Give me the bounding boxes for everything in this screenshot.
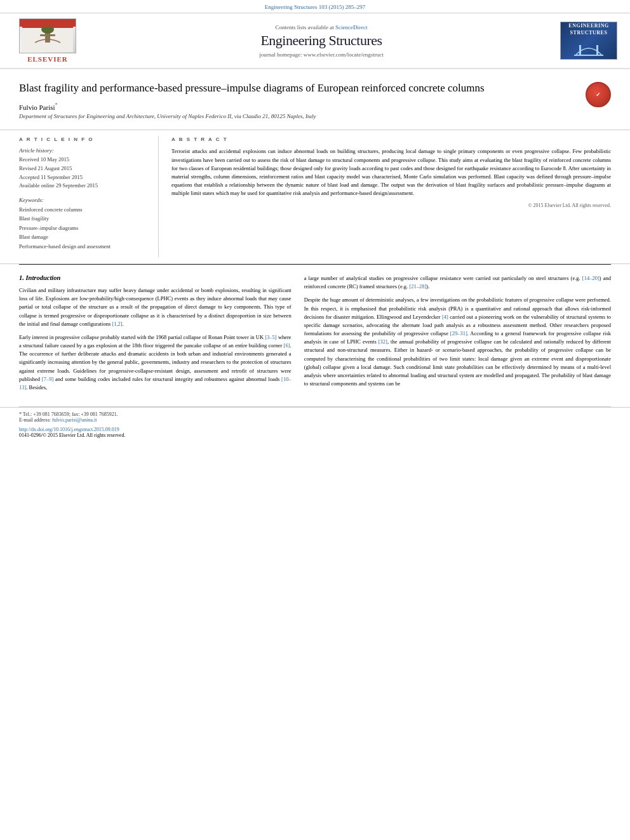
svg-rect-0 <box>22 20 73 28</box>
email-label: E-mail address: <box>19 417 51 423</box>
sciencedirect-link[interactable]: ScienceDirect <box>335 24 367 30</box>
body-left-column: 1. Introduction Civilian and military in… <box>19 274 292 397</box>
contents-text: Contents lists available at <box>276 24 334 30</box>
footnote-tel: * Tel.: +39 081 7683659; fax: +39 081 76… <box>19 411 611 417</box>
keyword-4: Blast damage <box>19 232 149 241</box>
abstract-label: A B S T R A C T <box>171 137 611 142</box>
issn-text: 0141-0296/© 2015 Elsevier Ltd. All right… <box>19 432 125 438</box>
article-history: Article history: Received 10 May 2015 Re… <box>19 147 149 190</box>
author-affiliation: Department of Structures for Engineering… <box>19 113 611 119</box>
elsevier-brand-text: ELSEVIER <box>27 55 68 63</box>
elsevier-logo: ELSEVIER <box>13 18 83 63</box>
contents-line: Contents lists available at ScienceDirec… <box>95 24 547 30</box>
revised-date: Revised 21 August 2015 <box>19 164 149 173</box>
keyword-3: Pressure–impulse diagrams <box>19 223 149 232</box>
doi-link[interactable]: http://dx.doi.org/10.1016/j.engstruct.20… <box>19 427 119 432</box>
bottom-links-section: http://dx.doi.org/10.1016/j.engstruct.20… <box>0 425 630 443</box>
keyword-2: Blast fragility <box>19 214 149 223</box>
svg-point-3 <box>41 25 54 34</box>
keyword-5: Performance-based design and assessment <box>19 242 149 251</box>
article-body: 1. Introduction Civilian and military in… <box>0 265 630 406</box>
intro-heading: 1. Introduction <box>19 274 292 281</box>
email-link[interactable]: fulvio.parisi@unina.it <box>52 417 97 423</box>
svg-rect-6 <box>579 45 581 55</box>
intro-para-1: Civilian and military infrastructure may… <box>19 286 292 328</box>
intro-para-2: Early interest in progressive collapse p… <box>19 333 292 392</box>
article-title: Blast fragility and performance-based pr… <box>19 81 611 96</box>
right-para-1: a large number of analytical studies on … <box>304 274 611 291</box>
footnote-text: * Tel.: +39 081 7683659; fax: +39 081 76… <box>19 411 118 417</box>
journal-reference: Engineering Structures 103 (2015) 285–29… <box>0 0 630 13</box>
elsevier-logo-image <box>19 18 76 53</box>
abstract-section: A B S T R A C T Terrorist attacks and ac… <box>171 137 611 257</box>
article-title-section: ✓ Blast fragility and performance-based … <box>0 69 630 130</box>
abstract-text: Terrorist attacks and accidental explosi… <box>171 147 611 197</box>
footnote-section: * Tel.: +39 081 7683659; fax: +39 081 76… <box>0 407 630 425</box>
svg-rect-7 <box>596 45 598 55</box>
keywords-section: Keywords: Reinforced concrete columns Bl… <box>19 197 149 251</box>
journal-logo-right: ENGINEERING STRUCTURES <box>560 22 617 60</box>
author-sup: * <box>55 102 58 108</box>
history-label: Article history: <box>19 147 149 154</box>
journal-homepage: journal homepage: www.elsevier.com/locat… <box>95 51 547 58</box>
article-dates: Received 10 May 2015 Revised 21 August 2… <box>19 156 149 190</box>
copyright-line: © 2015 Elsevier Ltd. All rights reserved… <box>171 203 611 208</box>
journal-ref-text: Engineering Structures 103 (2015) 285–29… <box>265 4 365 10</box>
keywords-list: Reinforced concrete columns Blast fragil… <box>19 205 149 251</box>
author-name-text: Fulvio Parisi <box>19 103 55 110</box>
journal-header: ELSEVIER Contents lists available at Sci… <box>0 13 630 69</box>
right-para-2: Despite the huge amount of deterministic… <box>304 296 611 388</box>
footnote-email: E-mail address: fulvio.parisi@unina.it <box>19 417 611 423</box>
article-info-label: A R T I C L E I N F O <box>19 137 149 142</box>
article-info-abstract-section: A R T I C L E I N F O Article history: R… <box>0 130 630 264</box>
crossmark-badge[interactable]: ✓ <box>586 82 611 107</box>
keywords-label: Keywords: <box>19 197 149 203</box>
article-info-panel: A R T I C L E I N F O Article history: R… <box>19 137 159 257</box>
svg-rect-5 <box>574 55 603 56</box>
available-date: Available online 29 September 2015 <box>19 182 149 190</box>
received-date: Received 10 May 2015 <box>19 156 149 164</box>
journal-center: Contents lists available at ScienceDirec… <box>83 24 560 58</box>
keyword-1: Reinforced concrete columns <box>19 205 149 214</box>
journal-title: Engineering Structures <box>95 32 547 49</box>
svg-rect-4 <box>40 34 55 36</box>
body-right-column: a large number of analytical studies on … <box>304 274 611 397</box>
accepted-date: Accepted 11 September 2015 <box>19 173 149 182</box>
author-name: Fulvio Parisi* <box>19 102 611 111</box>
